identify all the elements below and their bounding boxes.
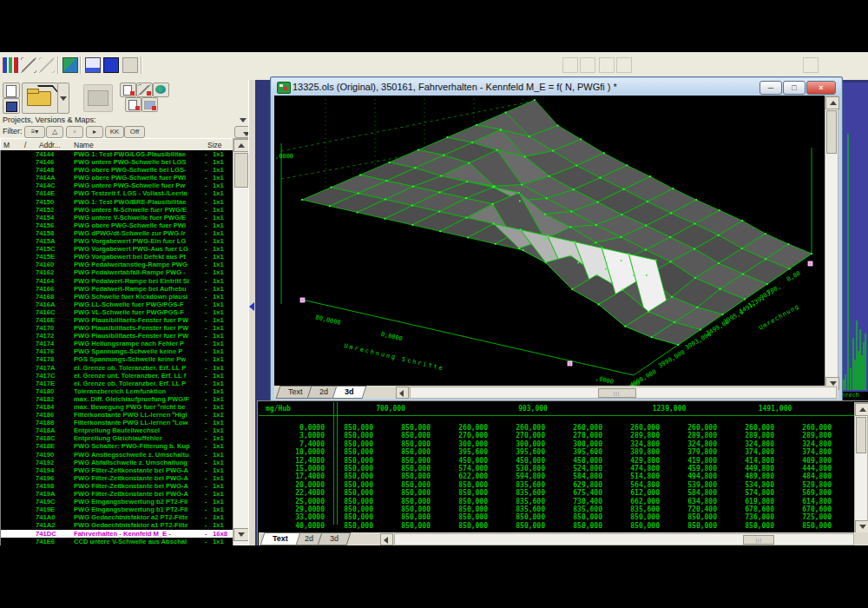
scroll-down-button[interactable] (855, 520, 868, 533)
list-item[interactable]: 7417Eel. Grenze ob. Toleranzber. Erf. LL… (1, 380, 233, 387)
list-item[interactable]: 74168PWG Schwelle fuer Kickdown plausi-1… (1, 293, 233, 301)
list-item[interactable]: 74186Filterkonstante PWG LL-lernen ºHigl… (1, 411, 233, 419)
list-item[interactable]: 7416CPWG VL-Schwelle fuer PWG/PGS-F-1x1 (1, 308, 233, 316)
axis-view-icon[interactable] (85, 57, 101, 73)
new-project-button[interactable] (3, 83, 20, 98)
tab-scroll-left-button[interactable] (380, 533, 393, 545)
apply-wand-button[interactable] (136, 83, 153, 97)
list-item[interactable]: 74164PWG Pedalwert-Rampe bei Eintritt Si… (1, 277, 233, 285)
list-item[interactable]: 7418AEntprellung Bauteilwechsel-1x1 (1, 426, 233, 434)
list-item[interactable]: 74180Toleranzbereich Lernfunktion-1x1 (1, 387, 233, 395)
window-titlebar[interactable]: 13325.ols (Original), 350161, Fahrverhal… (272, 78, 841, 96)
list-item[interactable]: 7418CEntprellung Gleichlauffehler-1x1 (1, 434, 233, 442)
scrollbar-thumb[interactable]: ||| (598, 388, 636, 398)
list-item[interactable]: 74184max. Bewegung PWG fuer ºnicht be-1x… (1, 403, 233, 411)
list-item[interactable]: 7416EPWG Plausibilitaets-Fenster fuer PW… (1, 316, 233, 324)
maps-list[interactable]: 74144PWG 1: Test PWG/LGS-Plausibilitae-1… (0, 150, 233, 545)
horizontal-scrollbar[interactable]: ||| (394, 533, 854, 545)
list-item[interactable]: 7418EPWG Schalter: PWG-Filterung b. Kup-… (1, 442, 233, 450)
list-item[interactable]: 741A0PWG Gedaechtnisfaktor a2 PT2-Filte-… (1, 513, 233, 521)
scroll-up-button[interactable] (825, 96, 839, 109)
list-item[interactable]: 74150PWG 1: Test PWG/BRE-Plausibilitae-1… (1, 198, 233, 206)
list-item[interactable]: 74188Filterkonstante PWG LL-lernen ºLow-… (1, 419, 233, 426)
list-item[interactable]: 7419APWG Filter-Zeitkonstante bei PWG-A-… (1, 490, 233, 498)
map-wizard-icon[interactable] (3, 57, 18, 73)
maps-list-scrollbar[interactable] (233, 138, 250, 547)
scrollbar-thumb[interactable] (234, 153, 248, 188)
list-item[interactable]: 74192PWG Abfallschwelle z. Umschaltung-1… (1, 459, 233, 466)
list-item[interactable]: 74196PWG Filter-Zeitkonstante bei PWG-A-… (1, 474, 233, 482)
filter-shape-button[interactable]: △ (46, 126, 63, 138)
list-item[interactable]: 74182max. Diff. Gleichlaufpruefung PWG/F… (1, 395, 233, 403)
map-text-window[interactable]: mg/Hub 700,000903,0001239,0001491,0001 0… (257, 400, 868, 547)
close-button[interactable]: × (806, 81, 836, 95)
vertical-scrollbar[interactable] (825, 96, 838, 391)
wand-icon[interactable] (21, 57, 36, 73)
list-item[interactable]: 74172PWG Plausibilitaets-Fenster fuer PW… (1, 332, 233, 340)
pages-icon[interactable] (62, 57, 78, 73)
list-item[interactable]: 7417Cel. Grenze unt. Toleranzber. Erf. L… (1, 372, 233, 380)
list-item[interactable]: 74156PWG obere PWG-Schwelle fuer PWl-1x1 (1, 221, 233, 229)
column-header-size[interactable]: Size (207, 141, 222, 149)
minimize-button[interactable]: ─ (760, 81, 782, 95)
filter-off-button[interactable]: Off (124, 126, 145, 138)
list-item[interactable]: 741DCFahrverhalten - Kennfeld M_E --16x8 (1, 530, 233, 538)
list-item[interactable]: 74148PWG obere PWG-Schwelle bei LGS--1x1 (1, 166, 233, 174)
add-view-icon[interactable] (122, 57, 138, 73)
list-item[interactable]: 7415EPWG Vorgabewert bei Defekt aus Pt-1… (1, 253, 233, 261)
list-item[interactable]: 741A2PWG Gedaechtnisfaktor a1 PT2-Filte-… (1, 521, 233, 529)
list-item[interactable]: 74162PWG Pedalwertabfall-Rampe PWG --1x1 (1, 268, 233, 276)
scrollbar-thumb[interactable] (856, 417, 866, 453)
scrollbar-thumb[interactable]: ||| (743, 535, 774, 545)
online-button[interactable] (153, 83, 169, 97)
column-header-addr[interactable]: Addr... (39, 141, 61, 149)
list-item[interactable]: 74178PGS Spannungs-Schwelle keine Pw-1x1 (1, 355, 233, 363)
scrollbar-thumb[interactable] (826, 110, 837, 154)
histogram-window[interactable] (841, 83, 868, 393)
list-item[interactable]: 7419CPWG Eingangsbewertung b2 PT2-Fil-1x… (1, 498, 233, 506)
maximize-button[interactable]: □ (783, 81, 806, 95)
column-header-sort[interactable]: / (24, 141, 26, 149)
filter-lines-button[interactable]: ≡▾ (24, 126, 45, 138)
filter-kk-button[interactable]: KK (105, 126, 124, 138)
map-3d-window[interactable]: 13325.ols (Original), 350161, Fahrverhal… (270, 76, 843, 403)
column-header-m[interactable]: M (3, 141, 10, 149)
list-item[interactable]: 7414EPWG Testzeit f. LGS - Vollast-/Leer… (1, 189, 233, 197)
surface-3d-view[interactable]: 5355,0004998,0003990,0003003,0002499,001… (274, 96, 826, 389)
list-item[interactable]: 74198PWG Filter-Zeitkonstante bei PWG-A-… (1, 482, 233, 490)
open-project-button[interactable] (22, 83, 58, 114)
list-item[interactable]: 74190PWG Anstiegsschwelle z. Umschaltu-1… (1, 451, 233, 459)
list-item[interactable]: 74176PWG Spannungs-Schwelle keine P-1x1 (1, 347, 233, 355)
import-page-button[interactable] (125, 97, 141, 112)
projects-combo[interactable]: Projects, Versions & Maps: (0, 115, 254, 126)
filter-selection-button[interactable]: ▫ (66, 126, 83, 138)
column-header-name[interactable]: Name (74, 141, 94, 149)
list-item[interactable]: 7417Ael. Grenze ob. Toleranzber. Erf. LL… (1, 364, 233, 372)
list-item[interactable]: 7415APWG Vorgabewert PWG-Ein fuer LG-1x1 (1, 237, 233, 245)
map-table-view[interactable]: mg/Hub 700,000903,0001239,0001491,0001 0… (259, 402, 856, 532)
tab-text[interactable]: Text (260, 532, 301, 545)
tab-scroll-left-button[interactable] (396, 387, 409, 399)
screen-transfer-button[interactable] (141, 97, 158, 112)
filter-folder-button[interactable]: ▸ (86, 126, 103, 138)
list-item[interactable]: 74170PWG Plausibilitaets-Fenster fuer PW… (1, 324, 233, 332)
export-page-button[interactable] (120, 83, 136, 97)
list-item[interactable]: 74144PWG 1: Test PWG/LGS-Plausibilitae-1… (1, 150, 233, 158)
tab-3d[interactable]: 3d (332, 386, 365, 399)
list-item[interactable]: 74154PWG untere V-Schwelle fuer PWG/E-1x… (1, 214, 233, 221)
list-item[interactable]: 74160PWG Pedalwertanstieg-Rampe PWG-1x1 (1, 261, 233, 268)
horizontal-scrollbar[interactable]: ||| (410, 387, 837, 399)
collapse-panel-icon[interactable] (249, 302, 254, 311)
tab-3d[interactable]: 3d (317, 532, 351, 545)
list-item[interactable]: 7414APWG obere PWG-Schwelle fuer PWl-1x1 (1, 174, 233, 182)
panel-splitter[interactable] (248, 80, 255, 545)
list-item[interactable]: 74174PWG Heilungsrampe nach Fehler P-1x1 (1, 340, 233, 347)
list-item[interactable]: 74158PWG dPWG/dt-Schwelle zur PWG-Ir-1x1 (1, 229, 233, 237)
list-item[interactable]: 7419EPWG Eingangsbewertung b1 PT2-Fil-1x… (1, 506, 233, 513)
open-dropdown-button[interactable] (57, 83, 69, 114)
list-item[interactable]: 74194PWG Filter-Zeitkonstante bei PWG-A-… (1, 466, 233, 474)
list-item[interactable]: 74152PWG untere N-Schwelle fuer PWG/E-1x… (1, 206, 233, 214)
list-item[interactable]: 7416APWG LL-Schwelle fuer PWG/PGS-F-1x1 (1, 301, 233, 308)
list-item[interactable]: 741E6CCD untere V-Schwelle aus Abschal-1… (1, 538, 233, 545)
save-button[interactable] (3, 98, 20, 114)
